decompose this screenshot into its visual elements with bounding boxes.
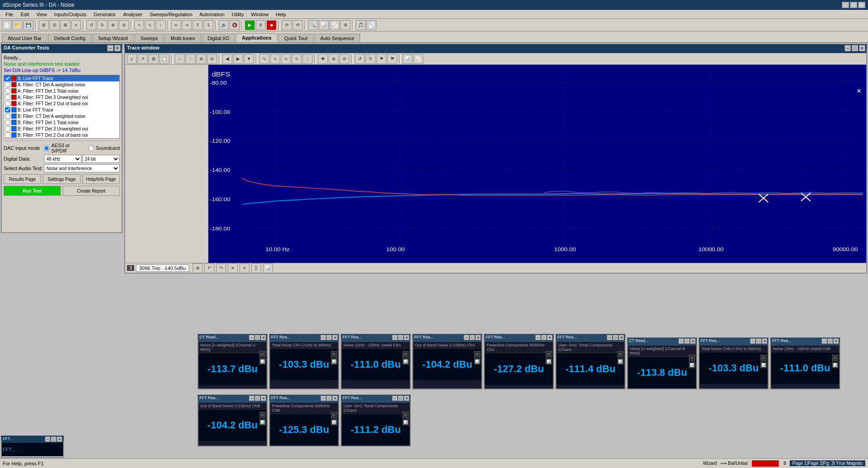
panel-controls[interactable]: ─ ✕ [107,45,121,51]
panel-close[interactable]: ✕ [114,45,121,51]
menu-help[interactable]: Help [272,11,290,18]
toolbar-btn6[interactable]: ↻ [97,20,107,30]
panel-minimize[interactable]: ─ [107,45,113,51]
toolbar-btn23[interactable]: 📈 [330,20,339,30]
toolbar-btn25[interactable]: 🎵 [356,20,366,30]
maximize-button[interactable]: □ [850,2,857,8]
fft-mini-controls[interactable]: ─ □ ✕ [45,436,62,442]
trace-tb10[interactable]: ▶ [233,54,243,64]
help-info-button[interactable]: Help/Info Page [82,174,120,184]
meas-a1-max[interactable]: □ [255,335,260,340]
trace-item-a-fft3[interactable]: A: Filter: FFT Det 3 Unweighted noi [4,94,119,100]
tab-setup-wizard[interactable]: Setup Wizard [92,34,134,42]
trace-tb15[interactable]: ∿ [292,54,302,64]
tab-applications[interactable]: Applications [236,33,277,42]
tab-multi-tones[interactable]: Multi-tones [165,34,201,42]
toolbar-btn20[interactable]: ⟲ [293,20,303,30]
meas-a4-controls[interactable]: ─ □ ✕ [464,335,481,340]
toolbar-btn9[interactable]: ∿ [134,20,144,30]
meas-a1-controls[interactable]: ─ □ ✕ [249,335,266,340]
menu-inputs-outputs[interactable]: Inputs/Outputs [50,11,90,18]
meas-b1-side-ctrl[interactable]: ≡ 📊 [689,355,695,368]
toolbar-btn14[interactable]: ⇑ [193,20,203,30]
audio-test-select[interactable]: Noise and Interference [44,164,120,172]
window-controls[interactable]: ─ □ ✕ [842,2,865,8]
trace-tb22[interactable]: ⚑ [376,54,386,64]
menu-sweeps[interactable]: Sweeps/Regulation [146,11,196,18]
trace-panel-minimize[interactable]: ─ [845,45,851,51]
trace-item-b-fft2[interactable]: B: Filter: FFT Det 2 Out of band noi [4,132,119,138]
trace-item-a-ct[interactable]: A: Filter: CT Det A-weighted noise [4,81,119,88]
trace-tb5[interactable]: ↔ [175,54,185,64]
trace-tb1[interactable]: ↙ [127,54,137,64]
trace-a-fft2-checkbox[interactable] [5,101,10,106]
meas-b5-side-ctrl[interactable]: ≡ 📊 [331,412,337,425]
meas-a2-close[interactable]: ✕ [332,335,338,340]
trace-panel-controls[interactable]: ─ □ ✕ [845,45,865,51]
meas-a3-side-ctrl[interactable]: ≡ 📊 [402,351,409,364]
toolbar-btn17[interactable]: 🔇 [230,20,240,30]
trace-panel-close[interactable]: ✕ [859,45,865,51]
trace-tb19[interactable]: ⊖ [339,54,349,64]
menu-window[interactable]: Window [248,11,272,18]
trace-tb21[interactable]: ↻ [366,54,375,64]
meas-a2-max[interactable]: □ [326,335,332,340]
trace-tb9[interactable]: ◀ [222,54,232,64]
toolbar-btn8[interactable]: ⊖ [119,20,129,30]
trace-a-fft1-checkbox[interactable] [5,88,10,94]
tab-quick-tour[interactable]: Quick Tour [278,34,313,42]
trace-item-b-live[interactable]: B: Live FFT Trace [4,107,119,113]
toolbar-btn1[interactable]: ⊞ [39,20,49,30]
toolbar-btn15[interactable]: ⇓ [203,20,213,30]
meas-b6-controls[interactable]: ─ □ ✕ [392,396,409,401]
toolbar-btn24[interactable]: ⚙ [340,20,350,30]
tab-default-config[interactable]: Default Config [48,34,91,42]
trace-a-fft3-checkbox[interactable] [5,94,10,100]
toolbar-btn5[interactable]: ↺ [86,20,96,30]
trace-b-live-checkbox[interactable] [5,107,10,112]
meas-a2-controls[interactable]: ─ □ ✕ [321,335,338,340]
coord-tb2[interactable]: ↶ [204,263,214,273]
menu-edit[interactable]: Edit [17,11,33,18]
meas-a1-close[interactable]: ✕ [261,335,266,340]
trace-tb4[interactable]: 📋 [159,54,169,64]
meas-b4-controls[interactable]: ─ □ ✕ [249,396,266,401]
create-report-button[interactable]: Create Report [63,186,120,196]
menu-file[interactable]: File [2,11,17,18]
toolbar-btn12[interactable]: ⇐ [171,20,181,30]
trace-item-b-fft3[interactable]: B: Filter: FFT Det 3 Unweighted noi [4,126,119,132]
meas-b5-controls[interactable]: ─ □ ✕ [321,396,338,401]
coord-tb4[interactable]: ✕ [228,263,238,273]
toolbar-btn21[interactable]: 🔍 [308,20,318,30]
trace-tb7[interactable]: ⊕ [196,54,206,64]
trace-tb25[interactable]: 📈 [413,54,423,64]
settings-page-button[interactable]: Settings Page [43,174,80,184]
save-button[interactable]: 💾 [23,20,33,30]
menu-utility[interactable]: Utility [228,11,248,18]
trace-tb13[interactable]: ∿ [270,54,280,64]
dac-soundcard-radio[interactable] [88,145,94,151]
coord-tb3[interactable]: ↷ [216,263,226,273]
meas-a1-side-ctrl[interactable]: ≡ 📊 [259,351,266,364]
tab-auto-sequence[interactable]: Auto Sequence [315,34,360,42]
trace-b-fft3-checkbox[interactable] [5,126,10,131]
trace-item-a-fft1[interactable]: A: Filter: FFT Det 1 Total noise [4,88,119,94]
meas-a2-side-ctrl[interactable]: ≡ 📊 [331,351,337,364]
menu-analyser[interactable]: Analyser [119,11,146,18]
trace-tb23[interactable]: ⚑ [387,54,397,64]
trace-a-ct-checkbox[interactable] [5,82,10,87]
new-button[interactable]: 📄 [2,20,12,30]
menu-automation[interactable]: Automation [196,11,228,18]
toolbar-btn3[interactable]: ⊠ [60,20,70,30]
toolbar-btn2[interactable]: ⊟ [50,20,59,30]
trace-panel-restore[interactable]: □ [852,45,858,51]
trace-tb2[interactable]: ↗ [138,54,148,64]
coord-tb7[interactable]: 📊 [263,263,273,273]
trace-tb3[interactable]: ⊞ [149,54,158,64]
trace-tb11[interactable]: ▼ [244,54,254,64]
sample-rate-select[interactable]: 48 kHz [44,155,81,163]
trace-item-b-ct[interactable]: B: Filter: CT Det A-weighted noise [4,113,119,119]
toolbar-btn4[interactable]: ≡ [71,20,81,30]
meas-b2-side-ctrl[interactable]: ≡ 📊 [760,355,767,368]
meas-a4-side-ctrl[interactable]: ≡ 📊 [474,351,480,364]
